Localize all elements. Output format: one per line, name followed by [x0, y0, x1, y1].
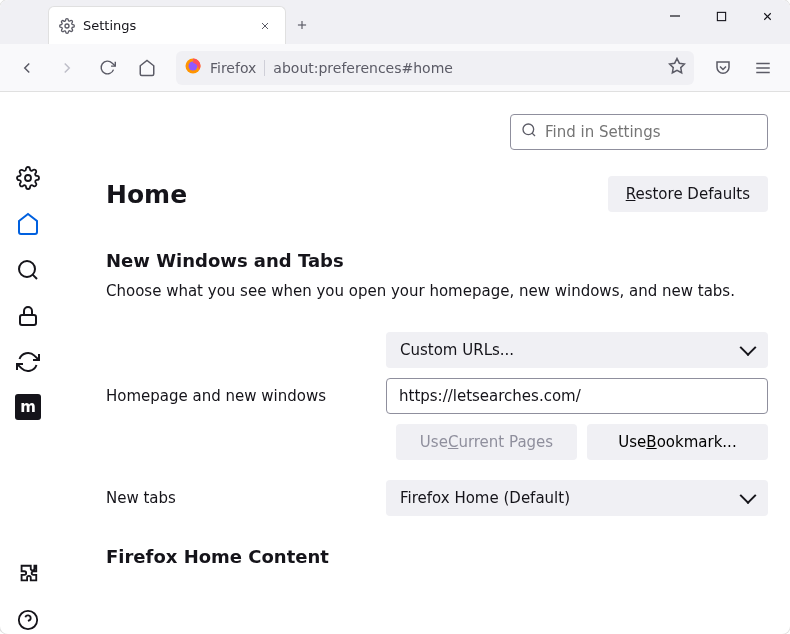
svg-rect-6 — [717, 12, 725, 20]
pocket-icon[interactable] — [706, 51, 740, 85]
sidebar-item-sync[interactable] — [14, 348, 42, 376]
gear-icon — [59, 18, 75, 34]
svg-line-17 — [33, 275, 37, 279]
bookmark-star-icon[interactable] — [668, 57, 686, 79]
main-panel: Home Restore Defaults New Windows and Ta… — [56, 92, 790, 634]
homepage-url-input[interactable] — [386, 378, 768, 414]
sidebar: m — [0, 92, 56, 634]
svg-point-0 — [65, 24, 69, 28]
svg-point-15 — [25, 175, 31, 181]
titlebar: Settings — [0, 0, 790, 44]
tab-settings[interactable]: Settings — [48, 6, 286, 44]
newtabs-label: New tabs — [106, 489, 386, 507]
window-close-button[interactable] — [744, 0, 790, 32]
content-area: m Home Restore Defaults New Windows and … — [0, 92, 790, 634]
back-button[interactable] — [10, 51, 44, 85]
svg-rect-18 — [20, 315, 36, 325]
search-icon — [521, 122, 537, 142]
new-tab-button[interactable] — [286, 6, 318, 44]
section-desc: Choose what you see when you open your h… — [106, 281, 768, 302]
homepage-label: Homepage and new windows — [106, 387, 386, 405]
section-title-home-content: Firefox Home Content — [106, 546, 768, 567]
use-bookmark-button[interactable]: Use Bookmark... — [587, 424, 768, 460]
svg-line-22 — [532, 133, 535, 136]
sidebar-item-home[interactable] — [14, 210, 42, 238]
sidebar-item-extensions[interactable] — [14, 560, 42, 588]
settings-search-input[interactable] — [545, 123, 757, 141]
svg-marker-11 — [670, 58, 685, 72]
restore-defaults-button[interactable]: Restore Defaults — [608, 176, 768, 212]
tab-title: Settings — [83, 18, 255, 33]
url-identity: Firefox — [210, 60, 265, 76]
svg-point-16 — [19, 261, 35, 277]
settings-search[interactable] — [510, 114, 768, 150]
url-bar[interactable]: Firefox about:preferences#home — [176, 51, 694, 85]
window-controls — [652, 0, 790, 44]
home-button[interactable] — [130, 51, 164, 85]
sidebar-item-general[interactable] — [14, 164, 42, 192]
reload-button[interactable] — [90, 51, 124, 85]
menu-button[interactable] — [746, 51, 780, 85]
section-title-windows-tabs: New Windows and Tabs — [106, 250, 768, 271]
newtabs-select[interactable]: Firefox Home (Default) — [386, 480, 768, 516]
toolbar: Firefox about:preferences#home — [0, 44, 790, 92]
firefox-logo-icon — [184, 57, 202, 79]
homepage-mode-select[interactable]: Custom URLs... — [386, 332, 768, 368]
use-current-pages-button[interactable]: Use Current Pages — [396, 424, 577, 460]
maximize-button[interactable] — [698, 0, 744, 32]
sidebar-item-help[interactable] — [14, 606, 42, 634]
svg-point-21 — [523, 124, 534, 135]
close-icon[interactable] — [255, 16, 275, 36]
url-text: about:preferences#home — [273, 60, 660, 76]
forward-button[interactable] — [50, 51, 84, 85]
sidebar-item-more[interactable]: m — [15, 394, 41, 420]
page-title: Home — [106, 180, 187, 209]
minimize-button[interactable] — [652, 0, 698, 32]
sidebar-item-search[interactable] — [14, 256, 42, 284]
sidebar-item-privacy[interactable] — [14, 302, 42, 330]
